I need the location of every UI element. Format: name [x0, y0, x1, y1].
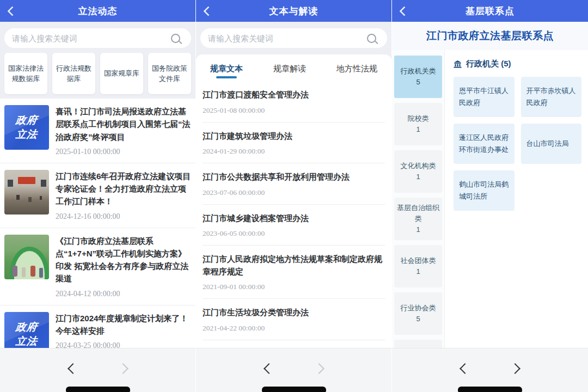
- regulation-item[interactable]: 江门市城乡建设档案管理办法 2023-06-05 00:00:00: [203, 205, 385, 246]
- contacts-grid: 恩平市牛江镇人民政府 开平市赤坎镇人民政府 蓬江区人民政府环市街道办事处 台山市…: [454, 77, 581, 211]
- category-label: 社会团体类: [401, 255, 436, 266]
- home-indicator-bar[interactable]: [262, 387, 326, 392]
- nav-arrows: [0, 365, 195, 372]
- regulation-date: 2021-09-01 00:00:00: [203, 283, 385, 291]
- regulation-date: 2023-06-05 00:00:00: [203, 229, 385, 238]
- nav-back-icon[interactable]: [68, 363, 78, 374]
- thumb-text-line1: 政府: [15, 113, 39, 127]
- tab-regulation-interpretation[interactable]: 规章解读: [273, 64, 306, 81]
- news-date: 2024-04-12 00:00:00: [56, 290, 191, 298]
- screenshot-canvas: 立法动态 国家法律法规数据库 行政法规数据库 国家规章库 国务院政策文件库 政府…: [0, 0, 588, 392]
- home-indicator-bar[interactable]: [66, 387, 130, 392]
- tab-bar: 规章文本 规章解读 地方性法规: [196, 54, 391, 81]
- shortcut-state-council-docs[interactable]: 国务院政策文件库: [148, 53, 191, 94]
- thumb-text-line2: 立法: [15, 334, 39, 348]
- database-shortcuts: 国家法律法规数据库 行政法规数据库 国家规章库 国务院政策文件库: [4, 53, 191, 94]
- sidebar-item-cultural-orgs[interactable]: 文化机构类 1: [394, 150, 442, 193]
- search-icon: [171, 34, 180, 43]
- sidebar-item-social-groups[interactable]: 社会团体类 1: [394, 245, 442, 287]
- sidebar-item-institutions[interactable]: 院校类 1: [394, 103, 442, 145]
- news-list: 政府 立法 喜讯！江门市司法局报送政府立法基层联系点工作机制项目入围第七届“法治…: [0, 99, 195, 348]
- panel-legislation-news: 立法动态 国家法律法规数据库 行政法规数据库 国家规章库 国务院政策文件库 政府…: [0, 0, 195, 392]
- category-count: 1: [416, 171, 420, 182]
- news-thumbnail-outdoor-event: [4, 235, 49, 279]
- regulation-date: 2021-04-22 00:00:00: [203, 324, 385, 333]
- panel-contact-points: 基层联系点 江门市政府立法基层联系点 行政机关类 5 院校类 1 文化机构类 1…: [392, 0, 588, 392]
- tab-local-regulations[interactable]: 地方性法规: [336, 64, 377, 81]
- regulation-item[interactable]: 江门市公共数据共享和开放利用管理办法 2023-07-06 00:00:00: [203, 163, 385, 205]
- contact-card[interactable]: 恩平市牛江镇人民政府: [454, 77, 514, 117]
- back-icon[interactable]: [399, 6, 409, 16]
- news-item[interactable]: 江门市连续6年召开政府立法建议项目专家论证会！全力打造政府立法立项工作江门样本！…: [0, 163, 195, 228]
- news-title: 江门市连续6年召开政府立法建议项目专家论证会！全力打造政府立法立项工作江门样本！: [56, 170, 191, 208]
- category-count: 5: [416, 77, 420, 88]
- contact-card[interactable]: 鹤山市司法局鹤城司法所: [454, 170, 514, 211]
- regulation-title: 江门市人民政府拟定地方性法规草案和制定政府规章程序规定: [203, 253, 385, 278]
- shortcut-national-laws[interactable]: 国家法律法规数据库: [4, 53, 47, 94]
- search-input[interactable]: [4, 28, 171, 48]
- news-item[interactable]: 政府 立法 喜讯！江门市司法局报送政府立法基层联系点工作机制项目入围第七届“法治…: [0, 99, 195, 163]
- thumb-text-line2: 立法: [15, 127, 39, 142]
- page-title: 基层联系点: [465, 5, 514, 17]
- tab-regulation-text[interactable]: 规章文本: [210, 64, 243, 81]
- nav-arrows: [196, 365, 391, 372]
- search-bar: [4, 28, 191, 48]
- news-text-block: 喜讯！江门市司法局报送政府立法基层联系点工作机制项目入围第七届“法治政府奖”终评…: [56, 105, 191, 156]
- header-bar: 立法动态: [0, 0, 195, 22]
- header-bar: 文本与解读: [196, 0, 391, 22]
- nav-back-icon[interactable]: [460, 363, 470, 374]
- regulation-item[interactable]: 江门市生活垃圾分类管理办法 2021-04-22 00:00:00: [203, 299, 385, 340]
- shortcut-national-rules[interactable]: 国家规章库: [100, 53, 143, 94]
- contacts-main-area: 行政机关 (5) 恩平市牛江镇人民政府 开平市赤坎镇人民政府 蓬江区人民政府环市…: [445, 50, 588, 348]
- search-input[interactable]: [200, 28, 367, 48]
- government-building-icon: [454, 60, 462, 68]
- nav-back-icon[interactable]: [264, 363, 274, 374]
- browser-nav-footer: [196, 348, 391, 392]
- contact-card[interactable]: 台山市司法局: [521, 124, 582, 164]
- regulation-title: 江门市城乡建设档案管理办法: [203, 212, 385, 225]
- category-label: 行业协会类: [401, 303, 436, 314]
- sidebar-item-grassroots-autonomy[interactable]: 基层自治组织类 1: [394, 198, 442, 240]
- regulation-item[interactable]: 江门市消防水源管理办法 2021-03-08 00:00:00: [203, 340, 385, 349]
- news-title: 喜讯！江门市司法局报送政府立法基层联系点工作机制项目入围第七届“法治政府奖”终评…: [56, 105, 191, 143]
- news-item[interactable]: 《江门市政府立法基层联系点“1+7+N”联动工作机制实施方案》印发 拓宽社会各方…: [0, 228, 195, 305]
- section-title: 行政机关 (5): [466, 59, 511, 69]
- news-title: 《江门市政府立法基层联系点“1+7+N”联动工作机制实施方案》印发 拓宽社会各方…: [56, 235, 191, 285]
- sidebar-item-industry-associations[interactable]: 行业协会类 5: [394, 292, 442, 335]
- regulation-title: 江门市公共数据共享和开放利用管理办法: [203, 171, 385, 183]
- thumb-text-line1: 政府: [15, 320, 39, 334]
- regulations-card: 规章文本 规章解读 地方性法规 江门市渡口渡船安全管理办法 2025-01-08…: [196, 54, 391, 348]
- search-bar: [200, 28, 387, 48]
- category-sidebar: 行政机关类 5 院校类 1 文化机构类 1 基层自治组织类 1 社会团体类: [392, 50, 445, 348]
- home-indicator-bar[interactable]: [458, 387, 522, 392]
- category-count: 1: [416, 124, 420, 135]
- sidebar-item-admin-organs[interactable]: 行政机关类 5: [394, 56, 442, 98]
- sidebar-item-partial[interactable]: [394, 340, 442, 348]
- category-label: 院校类: [408, 113, 429, 124]
- page-title: 文本与解读: [270, 5, 318, 17]
- section-header: 行政机关 (5): [454, 59, 581, 69]
- header-bar: 基层联系点: [392, 0, 588, 22]
- back-icon[interactable]: [7, 6, 17, 16]
- regulation-item[interactable]: 江门市人民政府拟定地方性法规草案和制定政府规章程序规定 2021-09-01 0…: [203, 246, 385, 299]
- contact-card[interactable]: 蓬江区人民政府环市街道办事处: [454, 124, 514, 164]
- news-date: 2024-12-16 00:00:00: [56, 212, 191, 221]
- nav-arrows: [392, 365, 588, 372]
- nav-forward-icon[interactable]: [510, 363, 520, 374]
- news-text-block: 《江门市政府立法基层联系点“1+7+N”联动工作机制实施方案》印发 拓宽社会各方…: [56, 235, 191, 298]
- shortcut-admin-regulations[interactable]: 行政法规数据库: [52, 53, 95, 94]
- back-icon[interactable]: [203, 6, 213, 16]
- news-item[interactable]: 政府 立法 江门市2024年度规章制定计划来了！今年这样安排 2024-03-2…: [0, 305, 195, 349]
- news-thumbnail-meeting-photo: [4, 170, 49, 215]
- regulation-title: 江门市渡口渡船安全管理办法: [203, 89, 385, 101]
- nav-forward-icon[interactable]: [118, 363, 128, 374]
- browser-nav-footer: [0, 348, 195, 392]
- nav-forward-icon[interactable]: [314, 363, 324, 374]
- regulation-item[interactable]: 江门市渡口渡船安全管理办法 2025-01-08 00:00:00: [203, 81, 385, 122]
- category-label: 文化机构类: [401, 161, 436, 171]
- contact-card[interactable]: 开平市赤坎镇人民政府: [521, 77, 582, 117]
- news-title: 江门市2024年度规章制定计划来了！今年这样安排: [56, 312, 191, 338]
- regulation-item[interactable]: 江门市建筑垃圾管理办法 2024-01-29 00:00:00: [203, 122, 385, 164]
- category-label: 基层自治组织类: [396, 203, 440, 224]
- search-icon: [367, 34, 376, 43]
